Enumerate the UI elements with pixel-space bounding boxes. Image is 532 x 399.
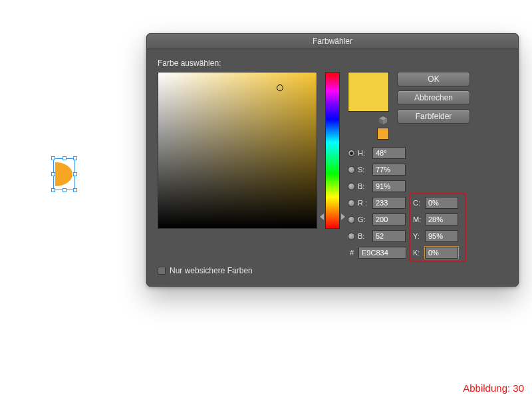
- input-s[interactable]: [372, 164, 406, 176]
- selection-frame: [53, 158, 75, 190]
- input-c[interactable]: [425, 197, 458, 209]
- label-c: C:: [413, 199, 422, 207]
- cube-icon[interactable]: [378, 116, 388, 125]
- figure-caption: Abbildung: 30: [463, 382, 524, 394]
- input-h[interactable]: [372, 147, 406, 159]
- canvas-selected-shape[interactable]: [53, 158, 75, 190]
- input-r[interactable]: [372, 197, 406, 209]
- selection-handle[interactable]: [63, 156, 66, 160]
- radio-h[interactable]: [348, 150, 355, 157]
- websafe-checkbox[interactable]: [158, 267, 166, 275]
- input-m[interactable]: [425, 213, 458, 225]
- dialog-title[interactable]: Farbwähler: [147, 34, 518, 49]
- color-picker-dialog: Farbwähler Farbe auswählen:: [146, 33, 519, 287]
- input-hex[interactable]: [358, 247, 406, 259]
- input-b-hsb[interactable]: [372, 180, 406, 192]
- swatches-button[interactable]: Farbfelder: [397, 109, 470, 124]
- radio-g[interactable]: [348, 216, 355, 223]
- selection-handle[interactable]: [73, 188, 77, 192]
- label-h: H:: [358, 149, 370, 157]
- input-g[interactable]: [372, 213, 406, 225]
- hue-slider[interactable]: [325, 72, 340, 229]
- input-b-rgb[interactable]: [372, 230, 406, 242]
- radio-b-hsb[interactable]: [348, 183, 355, 190]
- label-hex: #: [348, 249, 356, 257]
- label-k: K:: [413, 249, 422, 257]
- label-m: M:: [413, 215, 422, 223]
- color-indicator[interactable]: [277, 84, 283, 91]
- radio-b-rgb[interactable]: [348, 233, 355, 240]
- label-s: S:: [358, 166, 370, 174]
- selection-handle[interactable]: [51, 172, 55, 176]
- radio-s[interactable]: [348, 166, 355, 174]
- selection-handle[interactable]: [73, 172, 77, 176]
- selection-handle[interactable]: [51, 188, 55, 192]
- input-k[interactable]: [425, 247, 458, 259]
- input-y[interactable]: [425, 230, 458, 242]
- ok-button[interactable]: OK: [397, 72, 470, 86]
- previous-color-swatch[interactable]: [377, 128, 389, 140]
- radio-r[interactable]: [348, 200, 355, 207]
- label-b-rgb: B:: [358, 232, 370, 240]
- dialog-prompt: Farbe auswählen:: [158, 59, 507, 68]
- label-r: R :: [358, 199, 370, 207]
- selection-handle[interactable]: [51, 156, 55, 160]
- selection-handle[interactable]: [63, 188, 66, 192]
- label-g: G:: [358, 215, 370, 223]
- cancel-button[interactable]: Abbrechen: [397, 90, 470, 105]
- label-y: Y:: [413, 232, 422, 240]
- websafe-label: Nur websichere Farben: [170, 266, 253, 275]
- selection-handle[interactable]: [73, 156, 77, 160]
- saturation-brightness-field[interactable]: [158, 72, 317, 229]
- color-preview: [348, 72, 389, 112]
- label-b-hsb: B:: [358, 182, 370, 190]
